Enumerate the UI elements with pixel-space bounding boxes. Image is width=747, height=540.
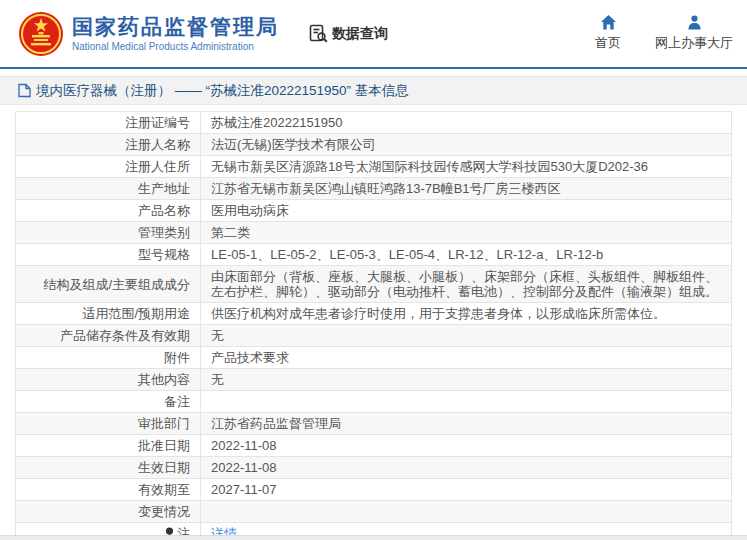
table-row: 变更情况	[16, 501, 732, 523]
row-value: 2027-11-07	[201, 479, 732, 501]
footer-strip	[0, 535, 747, 540]
table-row: 生产地址江苏省无锡市新吴区鸿山镇旺鸿路13-7B幢B1号厂房三楼西区	[16, 178, 732, 200]
row-value: 产品技术要求	[201, 347, 732, 369]
row-label: 产品储存条件及有效期	[16, 325, 201, 347]
org-name-zh: 国家药品监督管理局	[72, 15, 279, 39]
info-table-body: 注册证编号苏械注准20222151950注册人名称法迈(无锡)医学技术有限公司注…	[16, 112, 732, 540]
brand-text: 国家药品监督管理局 National Medical Products Admi…	[72, 15, 279, 53]
row-label: 结构及组成/主要组成成分	[16, 266, 201, 303]
row-label: 生产地址	[16, 178, 201, 200]
row-value: 苏械注准20222151950	[201, 112, 732, 134]
row-label: 注册证编号	[16, 112, 201, 134]
row-value: 2022-11-08	[201, 435, 732, 457]
table-row: 产品储存条件及有效期无	[16, 325, 732, 347]
row-value: 供医疗机构对成年患者诊疗时使用，用于支撑患者身体，以形成临床所需体位。	[201, 303, 732, 325]
table-row: 批准日期2022-11-08	[16, 435, 732, 457]
row-value: 由床面部分（背板、座板、大腿板、小腿板）、床架部分（床框、头板组件、脚板组件、左…	[201, 266, 732, 303]
row-value	[201, 501, 732, 523]
row-value: LE-05-1、LE-05-2、LE-05-3、LE-05-4、LR-12、LR…	[201, 244, 732, 266]
breadcrumb: 境内医疗器械（注册） —— “苏械注准20222151950” 基本信息	[0, 76, 747, 105]
row-label: 批准日期	[16, 435, 201, 457]
row-value: 无	[201, 325, 732, 347]
table-row: 备注	[16, 391, 732, 413]
org-name-en: National Medical Products Administration	[72, 40, 279, 53]
row-label: 产品名称	[16, 200, 201, 222]
table-row: 注册证编号苏械注准20222151950	[16, 112, 732, 134]
nav-home[interactable]: 首页	[595, 14, 621, 52]
table-row: 型号规格LE-05-1、LE-05-2、LE-05-3、LE-05-4、LR-1…	[16, 244, 732, 266]
home-icon	[600, 14, 617, 31]
document-search-icon	[309, 24, 328, 43]
row-label: 审批部门	[16, 413, 201, 435]
registration-info-table: 注册证编号苏械注准20222151950注册人名称法迈(无锡)医学技术有限公司注…	[15, 111, 732, 540]
row-value: 江苏省无锡市新吴区鸿山镇旺鸿路13-7B幢B1号厂房三楼西区	[201, 178, 732, 200]
row-value: 江苏省药品监督管理局	[201, 413, 732, 435]
data-query-label: 数据查询	[332, 25, 388, 43]
brand-logo[interactable]: 国家药品监督管理局 National Medical Products Admi…	[18, 11, 279, 57]
row-label: 注册人名称	[16, 134, 201, 156]
row-label: 注册人住所	[16, 156, 201, 178]
row-value: 法迈(无锡)医学技术有限公司	[201, 134, 732, 156]
table-row: 有效期至2027-11-07	[16, 479, 732, 501]
row-value	[201, 391, 732, 413]
person-icon	[686, 14, 703, 31]
row-label: 其他内容	[16, 369, 201, 391]
row-value: 无锡市新吴区清源路18号太湖国际科技园传感网大学科技园530大厦D202-36	[201, 156, 732, 178]
table-row: 结构及组成/主要组成成分由床面部分（背板、座板、大腿板、小腿板）、床架部分（床框…	[16, 266, 732, 303]
row-value: 2022-11-08	[201, 457, 732, 479]
row-label: 管理类别	[16, 222, 201, 244]
row-value: 医用电动病床	[201, 200, 732, 222]
national-emblem-icon	[18, 11, 64, 57]
row-label: 型号规格	[16, 244, 201, 266]
row-label: 附件	[16, 347, 201, 369]
row-label: 适用范围/预期用途	[16, 303, 201, 325]
table-row: 产品名称医用电动病床	[16, 200, 732, 222]
table-row: 适用范围/预期用途供医疗机构对成年患者诊疗时使用，用于支撑患者身体，以形成临床所…	[16, 303, 732, 325]
row-label: 有效期至	[16, 479, 201, 501]
row-label: 生效日期	[16, 457, 201, 479]
nav-service-hall-label: 网上办事大厅	[655, 34, 733, 52]
data-query-nav[interactable]: 数据查询	[309, 24, 388, 43]
table-row: 管理类别第二类	[16, 222, 732, 244]
row-value: 无	[201, 369, 732, 391]
row-label: 备注	[16, 391, 201, 413]
row-label: 变更情况	[16, 501, 201, 523]
site-header: 国家药品监督管理局 National Medical Products Admi…	[0, 0, 747, 69]
table-row: 审批部门江苏省药品监督管理局	[16, 413, 732, 435]
table-row: 其他内容无	[16, 369, 732, 391]
header-nav: 首页 网上办事大厅	[561, 14, 733, 52]
table-row: 附件产品技术要求	[16, 347, 732, 369]
document-icon	[18, 83, 31, 98]
breadcrumb-text: 境内医疗器械（注册） —— “苏械注准20222151950” 基本信息	[36, 82, 409, 100]
nav-home-label: 首页	[595, 34, 621, 52]
table-row: 注册人名称法迈(无锡)医学技术有限公司	[16, 134, 732, 156]
row-value: 第二类	[201, 222, 732, 244]
nav-online-service-hall[interactable]: 网上办事大厅	[655, 14, 733, 52]
table-row: 注册人住所无锡市新吴区清源路18号太湖国际科技园传感网大学科技园530大厦D20…	[16, 156, 732, 178]
table-row: 生效日期2022-11-08	[16, 457, 732, 479]
